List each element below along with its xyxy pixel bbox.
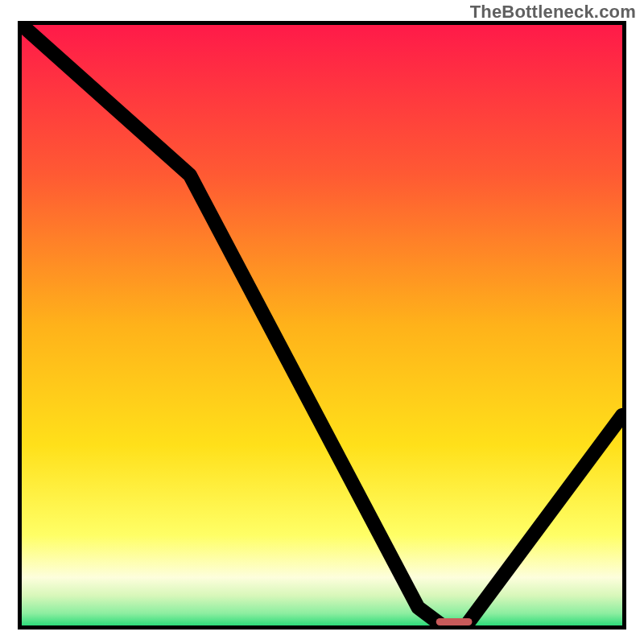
chart-frame (18, 21, 626, 630)
chart-svg (22, 25, 622, 625)
optimal-marker (436, 618, 473, 625)
attribution-label: TheBottleneck.com (470, 2, 636, 23)
